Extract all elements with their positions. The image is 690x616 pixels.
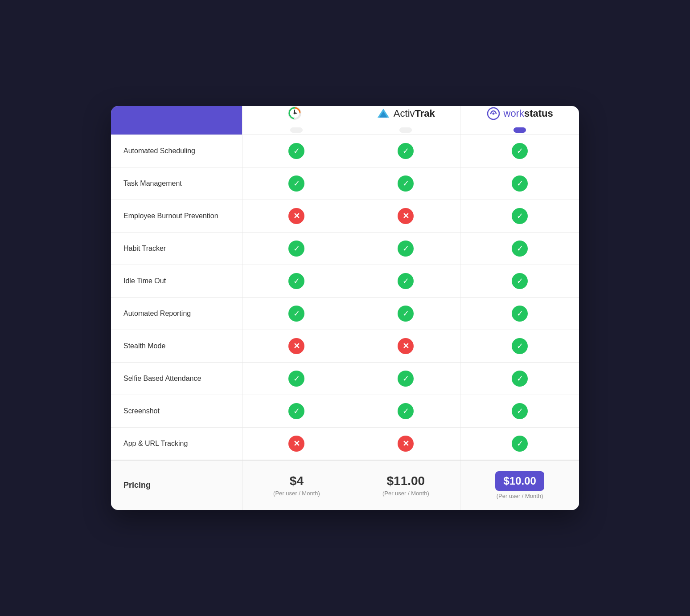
table-row: Automated Reporting✓✓✓ [111,298,579,330]
feature-value-cell: ✓ [460,265,579,298]
feature-value-cell: ✓ [460,428,579,461]
feature-value-cell: ✓ [351,167,460,200]
check-icon: ✓ [512,403,528,419]
feature-value-cell: ✓ [242,298,351,330]
check-icon: ✓ [512,338,528,354]
feature-name-cell: Idle Time Out [111,265,242,298]
check-icon: ✓ [398,306,414,322]
feature-value-cell: ✓ [351,135,460,167]
cross-icon: ✕ [288,338,304,354]
workstatus-logo-icon [487,107,500,120]
feature-name-cell: Automated Reporting [111,298,242,330]
features-header [111,106,242,135]
check-icon: ✓ [512,208,528,224]
pricing-sub: (Per user / Month) [250,490,344,497]
time-doctor-logo-icon [288,106,302,120]
table-row: Selfie Based Attendance✓✓✓ [111,363,579,395]
feature-value-cell: ✓ [351,233,460,265]
check-icon: ✓ [288,175,304,192]
pricing-sub: (Per user / Month) [468,493,572,499]
brand-header-activtrak: ActivTrak [351,106,460,135]
pricing-value-cell: $11.00 (Per user / Month) [351,460,460,510]
feature-value-cell: ✕ [351,200,460,233]
brand-header-workstatus: workstatus [460,106,579,135]
feature-name-cell: App & URL Tracking [111,428,242,461]
brand-text-activtrak: ActivTrak [394,108,435,119]
feature-value-cell: ✓ [460,330,579,363]
feature-value-cell: ✓ [460,200,579,233]
feature-value-cell: ✕ [242,330,351,363]
check-icon: ✓ [398,371,414,387]
feature-value-cell: ✓ [242,363,351,395]
feature-value-cell: ✓ [242,167,351,200]
feature-name-cell: Habit Tracker [111,233,242,265]
check-icon: ✓ [512,371,528,387]
feature-value-cell: ✓ [351,265,460,298]
feature-value-cell: ✓ [351,395,460,428]
svg-point-7 [492,113,494,115]
cross-icon: ✕ [288,436,304,452]
price-badge-time-doctor [290,127,303,133]
comparison-table: ActivTrak works [111,106,579,510]
comparison-table-wrapper: ActivTrak works [111,106,579,510]
pricing-amount: $4 [250,474,344,488]
check-icon: ✓ [288,403,304,419]
check-icon: ✓ [398,403,414,419]
check-icon: ✓ [398,273,414,289]
feature-name-cell: Screenshot [111,395,242,428]
cross-icon: ✕ [398,436,414,452]
cross-icon: ✕ [288,208,304,224]
price-badge-activtrak [399,127,412,133]
feature-value-cell: ✓ [242,265,351,298]
check-icon: ✓ [512,143,528,159]
check-icon: ✓ [288,371,304,387]
price-badge-workstatus [513,127,526,133]
feature-name-cell: Selfie Based Attendance [111,363,242,395]
feature-value-cell: ✓ [242,233,351,265]
feature-value-cell: ✓ [460,395,579,428]
table-row: App & URL Tracking✕✕✓ [111,428,579,461]
feature-value-cell: ✓ [460,233,579,265]
feature-value-cell: ✓ [460,167,579,200]
header-row: ActivTrak works [111,106,579,135]
check-icon: ✓ [288,306,304,322]
feature-value-cell: ✕ [351,428,460,461]
check-icon: ✓ [512,241,528,257]
feature-value-cell: ✓ [460,135,579,167]
table-row: Employee Burnout Prevention✕✕✓ [111,200,579,233]
table-row: Automated Scheduling✓✓✓ [111,135,579,167]
check-icon: ✓ [512,175,528,192]
check-icon: ✓ [512,273,528,289]
feature-name-cell: Employee Burnout Prevention [111,200,242,233]
brand-name-activtrak: ActivTrak [351,107,460,120]
table-row: Stealth Mode✕✕✓ [111,330,579,363]
feature-name-cell: Stealth Mode [111,330,242,363]
check-icon: ✓ [398,241,414,257]
cross-icon: ✕ [398,208,414,224]
feature-name-cell: Automated Scheduling [111,135,242,167]
feature-value-cell: ✕ [242,428,351,461]
pricing-amount-highlighted: $10.00 [495,471,544,491]
check-icon: ✓ [288,143,304,159]
table-row: Task Management✓✓✓ [111,167,579,200]
pricing-sub: (Per user / Month) [358,490,453,497]
pricing-amount: $11.00 [358,474,453,488]
feature-value-cell: ✓ [242,395,351,428]
check-icon: ✓ [512,436,528,452]
pricing-label: Pricing [111,460,242,510]
brand-name-time-doctor [242,106,351,120]
feature-value-cell: ✕ [242,200,351,233]
feature-value-cell: ✕ [351,330,460,363]
feature-value-cell: ✓ [351,298,460,330]
check-icon: ✓ [398,175,414,192]
table-row: Habit Tracker✓✓✓ [111,233,579,265]
feature-value-cell: ✓ [460,363,579,395]
brand-text-workstatus: workstatus [504,108,553,119]
table-row: Screenshot✓✓✓ [111,395,579,428]
activtrak-logo-icon [377,107,390,120]
feature-value-cell: ✓ [460,298,579,330]
table-body: Automated Scheduling✓✓✓Task Management✓✓… [111,135,579,510]
check-icon: ✓ [512,306,528,322]
pricing-value-cell: $10.00 (Per user / Month) [460,460,579,510]
check-icon: ✓ [288,241,304,257]
